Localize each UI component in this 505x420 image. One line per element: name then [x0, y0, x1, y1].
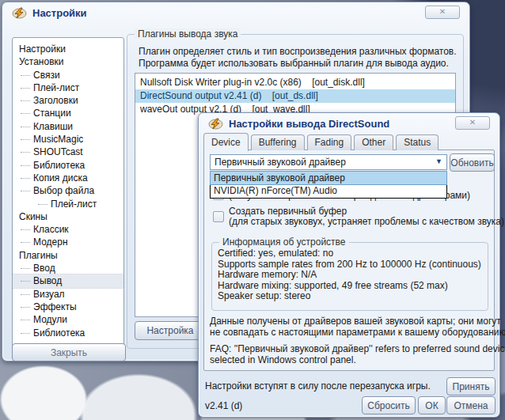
tree-item[interactable]: SHOUTcast	[13, 146, 123, 158]
tree-item[interactable]: Библиотека	[13, 159, 123, 172]
configure-button[interactable]: Настройка	[135, 321, 206, 340]
tab[interactable]: Buffering	[251, 134, 305, 150]
tree-item[interactable]: Модерн	[13, 236, 123, 248]
directsound-tabs: DeviceBufferingFadingOtherStatus	[203, 133, 439, 150]
cancel-button[interactable]: Отмена	[446, 396, 496, 414]
tree-item[interactable]: Плей-лист	[13, 198, 123, 210]
tree-item[interactable]: Скины	[13, 210, 123, 223]
settings-tree: НастройкиУстановкиСвязиПлей-листЗаголовк…	[12, 37, 124, 347]
plugin-list-item[interactable]: Nullsoft Disk Writer plug-in v2.0c (x86)…	[135, 76, 455, 89]
device-info-line: Certified: yes, emulated: no	[218, 248, 481, 259]
device-select[interactable]: Первичный звуковой драйвер ▼	[210, 154, 447, 170]
tree-item[interactable]: Плей-лист	[13, 81, 123, 94]
apply-button[interactable]: Принять	[446, 377, 496, 395]
close-icon[interactable]: ✕	[455, 116, 490, 130]
refresh-button[interactable]: Обновить	[450, 153, 495, 172]
close-icon[interactable]: ✕	[425, 6, 460, 19]
faq-line2: selected in Windows control panel.	[210, 354, 356, 365]
primary-buffer-label: Создать первичный буфер	[229, 206, 347, 217]
device-info-line: Hardware memory: N/A	[218, 270, 481, 281]
tree-item[interactable]: Вывод	[13, 274, 123, 287]
plugins-description-line2: Программа будет использовать выбранный п…	[139, 58, 449, 69]
settings-titlebar[interactable]: Настройки	[2, 2, 469, 23]
tree-item[interactable]: MusicMagic	[13, 133, 123, 146]
tab[interactable]: Device	[203, 133, 249, 151]
winamp-icon	[208, 118, 223, 130]
restart-note: Настройки вступят в силу после перезапус…	[205, 380, 431, 392]
tree-item[interactable]: Станции	[13, 107, 123, 119]
dropdown-option[interactable]: Первичный звуковой драйвер	[211, 172, 446, 184]
faq-line1: FAQ: ''Первичный звуковой драйвер'' refe…	[210, 343, 505, 354]
device-select-value: Первичный звуковой драйвер	[215, 157, 346, 168]
tree-item[interactable]: Заголовки	[13, 94, 123, 107]
device-info-line: Supports sample rates from 200 Hz to 100…	[218, 259, 481, 271]
tree-item[interactable]: Копия диска	[13, 172, 123, 184]
directsound-dialog: Настройки вывода DirectSound ✕ DeviceBuf…	[198, 112, 500, 418]
tree-item[interactable]: Модули	[13, 313, 123, 326]
device-info-line: Speaker setup: stereo	[218, 291, 481, 302]
tree-item[interactable]: Классик	[13, 223, 123, 236]
chevron-down-icon[interactable]: ▼	[435, 157, 442, 165]
device-info-line: Hardware mixing: supported, 49 free stre…	[218, 281, 481, 292]
tab[interactable]: Other	[354, 134, 393, 150]
tree-item[interactable]: Клавиши	[13, 120, 123, 133]
tree-item[interactable]: Установки	[13, 55, 123, 68]
dropdown-option[interactable]: NVIDIA(R) nForce(TM) Audio	[211, 184, 446, 197]
primary-buffer-note: (для старых звуковух, устраняет проблемы…	[229, 216, 504, 227]
plugins-description-line1: Плагин определяет стиль и тип воспроизве…	[139, 46, 457, 57]
plugin-list-item[interactable]: DirectSound output v2.41 (d) [out_ds.dll…	[135, 89, 455, 103]
winamp-icon	[12, 7, 27, 19]
directsound-dialog-title: Настройки вывода DirectSound	[229, 118, 389, 130]
primary-buffer-checkbox[interactable]	[213, 211, 224, 222]
tab[interactable]: Fading	[307, 134, 352, 150]
tree-item[interactable]: Библиотека	[13, 327, 123, 339]
tab[interactable]: Status	[396, 134, 439, 150]
tree-item[interactable]: Настройки	[13, 43, 123, 55]
close-button[interactable]: Закрыть	[12, 343, 126, 361]
device-info-group-title: Информация об устройстве	[219, 236, 349, 248]
device-dropdown-list: Первичный звуковой драйверNVIDIA(R) nFor…	[210, 171, 447, 199]
tree-item[interactable]: Плагины	[13, 249, 123, 262]
tree-item[interactable]: Визуал	[13, 288, 123, 301]
disclaimer-line1: Данные получены от драйверов вашей звуко…	[210, 316, 501, 327]
tree-item[interactable]: Ввод	[13, 262, 123, 274]
disclaimer-line2: не совпадать с настоящими параметрами к …	[210, 327, 505, 338]
tree-item[interactable]: Связи	[13, 69, 123, 81]
ok-button[interactable]: ОК	[418, 396, 446, 414]
version-label: v2.41 (d)	[205, 400, 242, 411]
device-info-lines: Certified: yes, emulated: noSupports sam…	[218, 248, 481, 302]
directsound-titlebar[interactable]: Настройки вывода DirectSound	[199, 113, 499, 134]
reset-button[interactable]: Сбросить	[362, 396, 416, 414]
settings-window-title: Настройки	[32, 7, 87, 19]
tree-item[interactable]: Выбор файла	[13, 184, 123, 197]
output-plugins-group-title: Плагины вывода звука	[135, 28, 241, 40]
tree-item[interactable]: Эффекты	[13, 301, 123, 313]
